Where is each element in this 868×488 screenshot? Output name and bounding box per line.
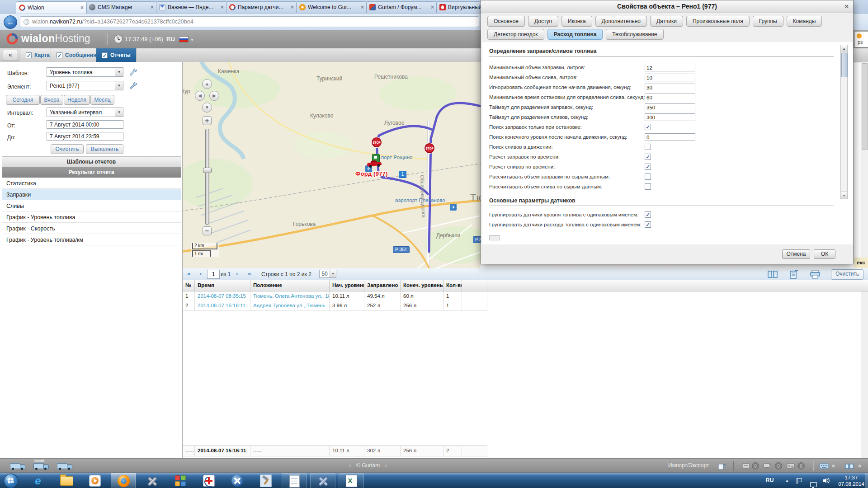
zoom-slider-thumb[interactable] <box>203 168 212 173</box>
section-statistics[interactable]: Статистика <box>2 178 181 189</box>
language-caret-icon[interactable]: ▼ <box>190 38 194 42</box>
dialog-tab-custom-fields[interactable]: Произвольные поля <box>686 16 750 27</box>
next-page-button[interactable]: › <box>236 270 238 277</box>
final-level-search-input[interactable] <box>645 133 695 141</box>
copyright[interactable]: © Gurtam <box>356 462 380 469</box>
track-names-button[interactable]: NAME <box>33 462 50 470</box>
footer-chevron-right[interactable]: › <box>385 462 387 469</box>
yesterday-button[interactable]: Вчера <box>40 95 63 105</box>
element-select[interactable]: Рено1 (977) ▼ <box>47 81 123 90</box>
browser-tab-cms[interactable]: CMS Manager × <box>86 1 157 13</box>
week-button[interactable]: Неделя <box>64 95 90 105</box>
footer-chevron-left[interactable]: › <box>349 462 351 469</box>
thefts-by-time-checkbox[interactable]: ✓ <box>645 164 651 170</box>
ignore-messages-input[interactable] <box>645 84 695 91</box>
last-page-button[interactable]: » <box>248 270 251 277</box>
taskbar-hammer-app-icon[interactable] <box>253 473 278 488</box>
min-fill-volume-input[interactable] <box>645 64 695 71</box>
prev-page-button[interactable]: ‹ <box>200 270 202 277</box>
photo-icon[interactable] <box>787 463 795 469</box>
dialog-tab-commands[interactable]: Команды <box>787 16 822 27</box>
dialog-tab-groups[interactable]: Группы <box>753 16 783 27</box>
min-stop-time-input[interactable] <box>645 94 695 101</box>
language-flag-icon[interactable] <box>179 36 189 42</box>
print-icon[interactable] <box>809 270 821 279</box>
zoom-in-button[interactable]: + <box>203 116 212 125</box>
tab-close-icon[interactable]: × <box>149 4 154 10</box>
section-thefts[interactable]: Сливы <box>2 201 181 211</box>
scroll-up-icon[interactable]: ▲ <box>841 45 847 52</box>
page-scrollbar-thumb[interactable] <box>862 63 868 150</box>
taskbar-ie-icon[interactable]: e <box>25 473 51 488</box>
dialog-tab-advanced[interactable]: Дополнительно <box>595 16 647 27</box>
map-checkbox[interactable]: ✓ <box>26 52 32 58</box>
group-fuel-consumption-sensors-checkbox[interactable]: ✓ <box>645 221 651 228</box>
taskbar-package-app-icon[interactable] <box>168 473 193 488</box>
tray-volume-icon[interactable] <box>823 478 830 483</box>
element-settings-icon[interactable] <box>129 81 137 89</box>
language-label[interactable]: RU <box>166 36 175 42</box>
keyboard-icon[interactable] <box>819 463 829 469</box>
table-row[interactable]: 2 2014-08-07 15:16:11 Андрея Туполева ул… <box>183 301 487 311</box>
message-icon[interactable] <box>763 463 772 469</box>
browser-tab-forum[interactable]: Gurtam / Форум... × <box>366 1 437 13</box>
zoom-out-button[interactable]: − <box>203 226 212 235</box>
theft-timeout-input[interactable] <box>645 113 695 121</box>
import-export-icon[interactable] <box>718 463 726 470</box>
collapse-panel-button[interactable]: « <box>3 50 18 61</box>
browser-tab-sensor[interactable]: Параметр датчи... × <box>226 1 297 13</box>
from-date-input[interactable] <box>47 120 123 129</box>
reports-checkbox[interactable]: ✓ <box>102 52 108 58</box>
tab-reports[interactable]: ✓ Отчеты <box>96 48 137 62</box>
pan-down-button[interactable]: ▼ <box>202 103 212 113</box>
page-size-select[interactable]: 50 ▼ <box>319 270 336 278</box>
tab-close-icon[interactable]: × <box>429 4 434 10</box>
tray-action-center-icon[interactable] <box>797 478 802 482</box>
dropdown-arrow-icon[interactable]: ▼ <box>115 81 123 90</box>
track-follow-button[interactable] <box>57 462 73 470</box>
today-button[interactable]: Сегодня <box>6 95 40 105</box>
tab-close-icon[interactable]: × <box>359 4 364 10</box>
interval-select[interactable]: Указанный интервал ▼ <box>47 108 123 117</box>
theft-raw-data-checkbox[interactable] <box>645 183 651 190</box>
clear-report-button[interactable]: Очистить <box>51 144 84 154</box>
back-button[interactable]: ← <box>4 15 17 29</box>
dialog-tab-fuel-consumption[interactable]: Расход топлива <box>547 29 603 40</box>
dialog-tab-sensors[interactable]: Датчики <box>650 16 683 27</box>
cancel-button[interactable]: Отмена <box>782 249 810 259</box>
taskbar-media-player-icon[interactable] <box>82 473 108 488</box>
tab-messages[interactable]: ✓ Сообщения <box>51 48 102 62</box>
dialog-scrollbar-thumb[interactable] <box>841 53 848 77</box>
section-fillings[interactable]: Заправки <box>2 189 181 200</box>
fill-timeout-input[interactable] <box>645 103 695 111</box>
import-export-link[interactable]: Импорт/Экспорт <box>668 462 709 469</box>
tray-network-icon[interactable] <box>810 482 817 487</box>
report-templates-header[interactable]: Шаблоны отчетов <box>2 156 181 168</box>
execute-report-button[interactable]: Выполнить <box>86 144 123 154</box>
log-book-icon[interactable] <box>844 463 854 469</box>
row-location-link[interactable]: Тюмень, Олега Антонова ул., 18 <box>250 291 330 301</box>
messages-checkbox[interactable]: ✓ <box>57 52 62 58</box>
dialog-scrollbar[interactable]: ▲ ▼ <box>840 45 848 199</box>
month-button[interactable]: Месяц <box>90 95 114 105</box>
taskbar-tools-icon[interactable] <box>139 473 165 488</box>
fillings-by-time-checkbox[interactable]: ✓ <box>645 154 651 160</box>
show-desktop-button[interactable] <box>865 473 868 488</box>
tab-close-icon[interactable]: × <box>289 4 294 10</box>
stop-marker[interactable]: STOP <box>372 137 382 147</box>
stop-marker[interactable]: STOP <box>425 143 434 153</box>
dialog-tab-icon[interactable]: Иконка <box>561 16 592 27</box>
table-row[interactable]: 1 2014-08-07 08:35:15 Тюмень, Олега Анто… <box>183 291 487 301</box>
export-report-icon[interactable] <box>788 270 800 279</box>
dialog-tab-maintenance[interactable]: Техобслуживание <box>606 29 663 40</box>
tab-close-icon[interactable]: × <box>219 4 224 10</box>
taskbar-notepad-icon[interactable] <box>282 473 307 488</box>
browser-tab-mail[interactable]: Важное — Янде... × <box>156 1 227 13</box>
taskbar-medical-app-icon[interactable] <box>196 473 222 488</box>
first-page-button[interactable]: « <box>187 270 190 277</box>
scroll-down-icon[interactable]: ▼ <box>841 192 847 199</box>
taskbar-explorer-icon[interactable] <box>54 473 79 488</box>
section-chart-fuel[interactable]: График - Уровень топлива <box>2 212 181 223</box>
unit-label[interactable]: Форд (977) <box>355 170 388 177</box>
clear-table-button[interactable]: Очистить <box>831 269 863 280</box>
